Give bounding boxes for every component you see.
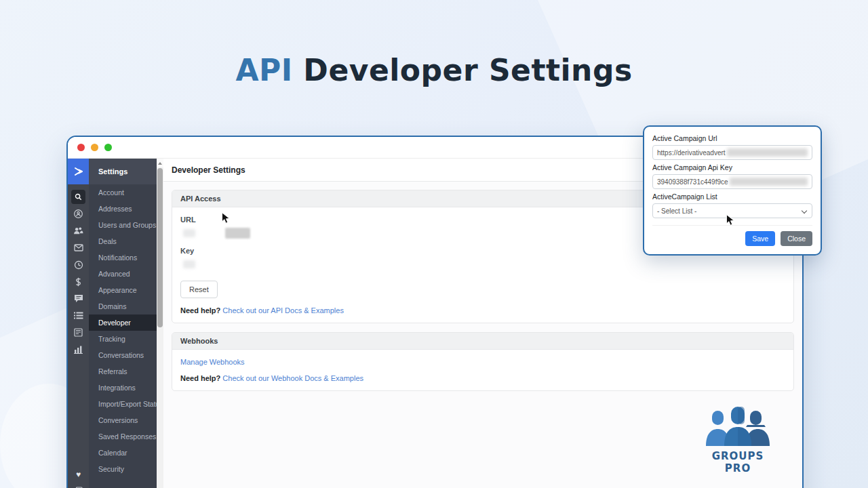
list-nav[interactable] — [68, 307, 89, 324]
ac-url-value: https://derivativeadvert — [657, 149, 726, 157]
ac-api-key-value: 39409388f731c449f9ce — [657, 178, 728, 186]
billing-nav[interactable] — [68, 273, 89, 290]
webhooks-header: Webhooks — [172, 333, 793, 350]
sidebar-item-integrations[interactable]: Integrations — [89, 380, 157, 396]
support-icon — [73, 209, 83, 219]
favorites-nav[interactable]: ♥ — [68, 466, 89, 483]
sidebar-item-tracking[interactable]: Tracking — [89, 331, 157, 347]
mail-icon — [74, 244, 83, 251]
groups-pro-people-icon — [703, 407, 773, 446]
sidebar-header: Settings — [89, 159, 157, 184]
webhooks-card: Webhooks Manage Webhooks Need help? Chec… — [172, 332, 794, 391]
traffic-light-zoom[interactable] — [104, 144, 112, 151]
traffic-light-close[interactable] — [77, 144, 85, 151]
api-help-prefix: Need help? — [180, 306, 220, 314]
list-icon — [74, 312, 83, 319]
sidebar-item-notifications[interactable]: Notifications — [89, 249, 157, 266]
api-help-line: Need help? Check out our API Docs & Exam… — [180, 306, 785, 314]
webhooks-help-prefix: Need help? — [180, 374, 220, 382]
sidebar-item-developer[interactable]: Developer — [89, 314, 157, 331]
groups-pro-text: GROUPS PRO — [703, 450, 773, 474]
dollar-icon — [74, 277, 83, 287]
sidebar-item-referrals[interactable]: Referrals — [89, 363, 157, 380]
page-title-rest: Developer Settings — [293, 53, 633, 87]
close-button[interactable]: Close — [781, 231, 812, 246]
sidebar-item-saved-responses[interactable]: Saved Responses — [89, 428, 157, 445]
users-icon — [73, 226, 83, 235]
webhooks-help-line: Need help? Check out our Webhook Docs & … — [180, 374, 785, 382]
sidebar-item-deals[interactable]: Deals — [89, 233, 157, 249]
settings-sidebar: Settings AccountAddressesUsers and Group… — [89, 159, 157, 488]
clock-icon — [74, 260, 83, 270]
sidebar-item-conversations[interactable]: Conversations — [89, 347, 157, 363]
webhook-docs-link[interactable]: Check out our Webhook Docs & Examples — [222, 374, 363, 382]
search-icon — [71, 190, 85, 204]
active-campaign-modal: Active Campaign Url https://derivativead… — [643, 125, 822, 256]
sidebar-item-addresses[interactable]: Addresses — [89, 201, 157, 217]
icon-rail: ♥ — [68, 159, 89, 488]
mail-nav[interactable] — [68, 239, 89, 256]
sidebar-item-users-and-groups[interactable]: Users and Groups — [89, 217, 157, 233]
sidebar-item-advanced[interactable]: Advanced — [89, 266, 157, 282]
ac-api-key-redacted — [730, 178, 808, 186]
ac-url-redacted — [727, 148, 808, 157]
traffic-light-minimize[interactable] — [91, 144, 98, 151]
scroll-up-icon — [158, 162, 162, 165]
scroll-up-button[interactable] — [157, 159, 163, 167]
save-button[interactable]: Save — [745, 231, 775, 246]
heart-icon: ♥ — [76, 470, 81, 479]
chevron-down-icon — [802, 208, 807, 214]
groups-pro-logo: GROUPS PRO — [703, 407, 773, 474]
document-nav[interactable] — [68, 324, 89, 341]
ac-url-input[interactable]: https://derivativeadvert — [652, 145, 812, 160]
document-icon — [74, 328, 83, 337]
key-value-redacted[interactable] — [180, 259, 785, 270]
support-nav[interactable] — [68, 205, 89, 222]
sidebar-scrollbar[interactable] — [157, 159, 163, 488]
manage-webhooks-link[interactable]: Manage Webhooks — [180, 358, 785, 366]
sidebar-item-account[interactable]: Account — [89, 184, 157, 201]
page-title: API Developer Settings — [0, 53, 868, 87]
ac-list-label: ActiveCampaign List — [652, 192, 812, 201]
app-logo[interactable] — [68, 159, 89, 184]
ac-url-label: Active Campaign Url — [652, 134, 812, 142]
ac-api-key-input[interactable]: 39409388f731c449f9ce — [652, 174, 812, 189]
sidebar-item-domains[interactable]: Domains — [89, 298, 157, 314]
sidebar-item-appearance[interactable]: Appearance — [89, 282, 157, 298]
chat-nav[interactable] — [68, 290, 89, 307]
clock-nav[interactable] — [68, 256, 89, 273]
ac-list-select[interactable]: - Select List - — [652, 203, 812, 218]
page-title-accent: API — [235, 53, 292, 87]
ac-list-value: - Select List - — [657, 207, 696, 215]
api-docs-link[interactable]: Check out our API Docs & Examples — [222, 306, 344, 314]
chart-icon — [74, 346, 83, 354]
sidebar-menu: AccountAddressesUsers and GroupsDealsNot… — [89, 184, 157, 477]
windows-nav[interactable] — [68, 483, 89, 488]
sidebar-item-calendar[interactable]: Calendar — [89, 445, 157, 461]
analytics-nav[interactable] — [68, 341, 89, 358]
send-logo-icon — [73, 167, 84, 176]
modal-footer: Save Close — [652, 225, 812, 246]
sidebar-item-conversions[interactable]: Conversions — [89, 412, 157, 428]
users-nav[interactable] — [68, 222, 89, 239]
reset-button[interactable]: Reset — [180, 281, 218, 298]
scrollbar-thumb[interactable] — [157, 168, 163, 327]
sidebar-item-security[interactable]: Security — [89, 461, 157, 477]
ac-api-key-label: Active Campaign Api Key — [652, 163, 812, 171]
chat-icon — [74, 294, 83, 303]
sidebar-item-import-export-status[interactable]: Import/Export Status — [89, 396, 157, 412]
search-nav[interactable] — [68, 188, 89, 205]
